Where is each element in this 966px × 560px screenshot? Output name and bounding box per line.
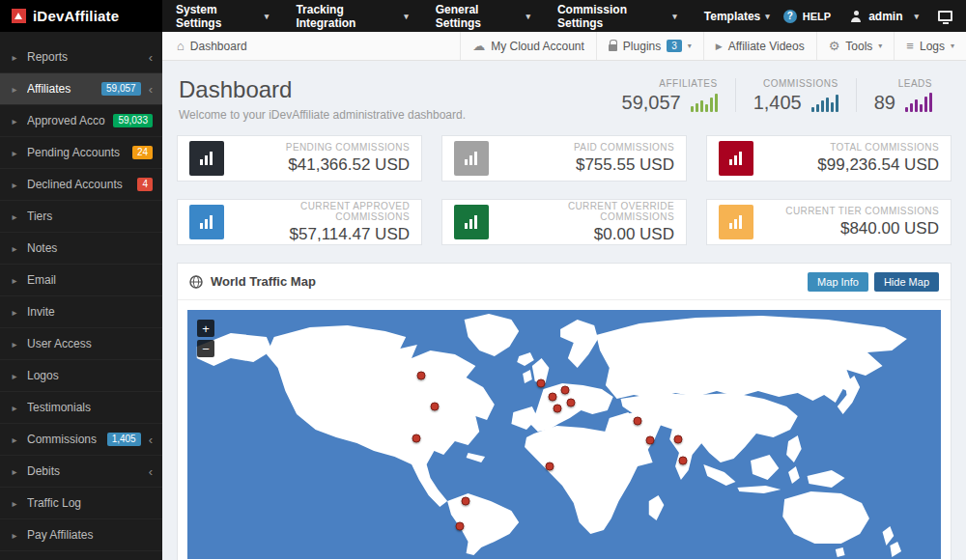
page-header: Dashboard Welcome to your iDevAffiliate … xyxy=(179,76,466,122)
user-menu[interactable]: admin ▾ xyxy=(850,10,919,23)
breadcrumb-bar: ⌂ Dashboard ☁ My Cloud Account Plugins 3… xyxy=(162,32,966,61)
map-marker[interactable] xyxy=(673,434,682,443)
sidebar-item-label: Approved Accounts xyxy=(27,114,105,127)
map-marker[interactable] xyxy=(645,435,654,444)
sidebar-item-pending-accounts[interactable]: ▸ Pending Accounts 24 xyxy=(0,137,162,169)
card-value: $755.55 USD xyxy=(498,155,674,175)
map-marker[interactable] xyxy=(455,521,464,530)
sidebar-item-logos[interactable]: ▸ Logos xyxy=(0,360,162,392)
sidebar-item-commissions[interactable]: ▸ Commissions 1,405 ‹ xyxy=(0,424,162,456)
map-marker[interactable] xyxy=(560,386,569,395)
logo-icon xyxy=(12,9,26,23)
sidebar-item-invite[interactable]: ▸ Invite xyxy=(0,296,162,328)
card-current-approved-commissions: CURRENT APPROVED COMMISSIONS $57,114.47 … xyxy=(177,199,422,245)
map-marker[interactable] xyxy=(679,457,688,465)
sidebar-item-label: Email xyxy=(27,273,153,287)
plugins-badge: 3 xyxy=(667,40,682,52)
count-badge: 1,405 xyxy=(107,433,141,446)
caret-down-icon: ▾ xyxy=(914,12,919,21)
card-value: $99,236.54 USD xyxy=(763,155,939,175)
caret-down-icon: ▾ xyxy=(951,42,954,50)
card-total-commissions: TOTAL COMMISSIONS $99,236.54 USD xyxy=(706,135,952,182)
map-marker[interactable] xyxy=(430,403,439,411)
app-logo[interactable]: iDevAffiliate xyxy=(0,0,162,32)
stat-value: 1,405 xyxy=(753,93,802,112)
logs-button[interactable]: ≡ Logs ▾ xyxy=(894,32,966,60)
sidebar-item-notes[interactable]: ▸ Notes xyxy=(0,233,162,265)
hide-map-button[interactable]: Hide Map xyxy=(874,272,939,292)
arrow-right-icon: ▸ xyxy=(10,403,19,413)
sidebar-item-email[interactable]: ▸ Email xyxy=(0,265,162,296)
stat-label: COMMISSIONS xyxy=(763,78,838,89)
action-label: My Cloud Account xyxy=(491,40,584,53)
map-marker[interactable] xyxy=(549,393,557,402)
sidebar-item-label: Testimonials xyxy=(27,401,153,414)
menu-templates[interactable]: Templates ▾ xyxy=(691,0,783,32)
sidebar-item-label: Pay Affiliates xyxy=(27,528,153,542)
map-marker[interactable] xyxy=(546,462,554,471)
display-icon[interactable] xyxy=(938,11,952,21)
map-marker[interactable] xyxy=(461,496,469,505)
sidebar-item-tiers[interactable]: ▸ Tiers xyxy=(0,201,162,233)
map-marker[interactable] xyxy=(634,417,642,426)
map-marker[interactable] xyxy=(416,372,425,380)
gear-icon: ⚙ xyxy=(829,39,840,53)
sidebar-item-affiliates[interactable]: ▸ Affiliates 59,057 ‹ xyxy=(0,73,162,105)
zoom-in-button[interactable]: + xyxy=(197,320,214,337)
bar-chart-icon xyxy=(719,141,753,176)
menu-general-settings[interactable]: General Settings ▾ xyxy=(422,0,544,32)
help-label: HELP xyxy=(803,11,831,22)
zoom-out-button[interactable]: − xyxy=(197,340,214,357)
sidebar-item-user-access[interactable]: ▸ User Access xyxy=(0,328,162,360)
map-marker[interactable] xyxy=(412,434,421,443)
bar-chart-icon xyxy=(454,141,489,176)
card-label: CURRENT APPROVED COMMISSIONS xyxy=(234,201,410,222)
world-map[interactable]: + − xyxy=(187,310,941,559)
bar-chart-icon xyxy=(719,205,753,239)
help-button[interactable]: ? HELP xyxy=(783,10,831,23)
menu-system-settings[interactable]: System Settings ▾ xyxy=(162,0,282,32)
home-icon: ⌂ xyxy=(177,39,185,53)
bar-chart-icon xyxy=(454,205,489,239)
card-label: TOTAL COMMISSIONS xyxy=(763,142,939,153)
map-marker[interactable] xyxy=(536,379,545,388)
topbar: iDevAffiliate System Settings ▾ Tracking… xyxy=(0,0,966,32)
caret-down-icon: ▾ xyxy=(765,12,770,21)
sidebar-item-testimonials[interactable]: ▸ Testimonials xyxy=(0,392,162,424)
card-value: $840.00 USD xyxy=(763,219,939,238)
tools-button[interactable]: ⚙ Tools ▾ xyxy=(816,32,895,60)
sidebar-item-traffic-log[interactable]: ▸ Traffic Log xyxy=(0,488,162,519)
sidebar-item-label: Traffic Log xyxy=(27,496,153,510)
sidebar-item-approved-accounts[interactable]: ▸ Approved Accounts 59,033 xyxy=(0,105,162,137)
menu-label: General Settings xyxy=(436,3,522,30)
map-info-button[interactable]: Map Info xyxy=(808,272,868,292)
plugins-button[interactable]: Plugins 3 ▾ xyxy=(596,32,703,60)
chevron-left-icon: ‹ xyxy=(149,433,153,447)
sidebar-item-label: Tiers xyxy=(27,210,153,223)
arrow-right-icon: ▸ xyxy=(10,180,19,190)
sidebar-item-label: Reports xyxy=(27,50,141,64)
menu-tracking-integration[interactable]: Tracking Integration ▾ xyxy=(282,0,421,32)
menu-commission-settings[interactable]: Commission Settings ▾ xyxy=(544,0,691,32)
caret-down-icon: ▾ xyxy=(672,12,677,21)
sidebar-item-label: Debits xyxy=(27,464,141,478)
sidebar-item-pay-affiliates[interactable]: ▸ Pay Affiliates xyxy=(0,519,162,551)
map-marker[interactable] xyxy=(553,404,561,412)
stat-value: 89 xyxy=(874,93,895,112)
header-stats: AFFILIATES 59,057 COMMISSIONS 1,405 xyxy=(605,78,950,112)
main-menu: System Settings ▾ Tracking Integration ▾… xyxy=(162,0,783,32)
sidebar-item-reports[interactable]: ▸ Reports ‹ xyxy=(0,42,162,73)
my-cloud-account-button[interactable]: ☁ My Cloud Account xyxy=(460,32,596,60)
card-current-override-commissions: CURRENT OVERRIDE COMMISSIONS $0.00 USD xyxy=(441,199,687,245)
breadcrumb[interactable]: ⌂ Dashboard xyxy=(162,32,262,60)
card-pending-commissions: PENDING COMMISSIONS $41,366.52 USD xyxy=(177,135,422,182)
page-title: Dashboard xyxy=(179,76,466,103)
sidebar-item-label: User Access xyxy=(27,337,153,350)
map-marker[interactable] xyxy=(567,398,576,406)
affiliate-videos-button[interactable]: ▶ Affiliate Videos xyxy=(703,32,816,60)
sidebar-item-debits[interactable]: ▸ Debits ‹ xyxy=(0,456,162,488)
sidebar-item-declined-accounts[interactable]: ▸ Declined Accounts 4 xyxy=(0,169,162,201)
breadcrumb-actions: ☁ My Cloud Account Plugins 3 ▾ ▶ Affilia… xyxy=(460,32,966,60)
topbar-right: ? HELP admin ▾ xyxy=(783,0,966,32)
count-badge: 59,057 xyxy=(101,82,141,96)
